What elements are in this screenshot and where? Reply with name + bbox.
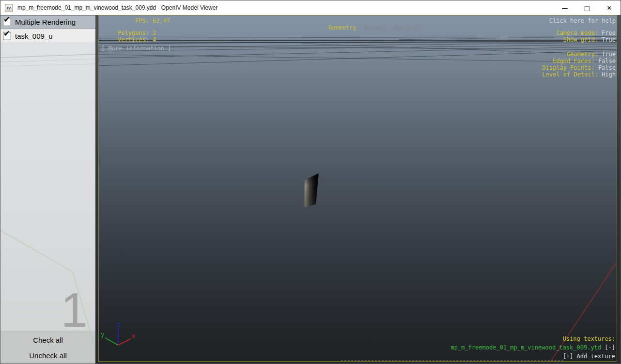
titlebar: IV mp_m_freemode_01_mp_m_vinewood_task_0… bbox=[0, 0, 621, 15]
camera-settings: Camera mode: Free Show grid: True bbox=[556, 30, 616, 43]
main-area: z x y FPS: 62,07 Polygons: 2 Vertices: 4 bbox=[95, 15, 621, 364]
display-settings: Geometry: True Edged Faces: False Displa… bbox=[542, 51, 616, 78]
check-icon: ✔ bbox=[3, 30, 10, 38]
display-points-label: Display Points: bbox=[542, 64, 594, 71]
distant-grid-text-strip bbox=[341, 360, 564, 362]
tab-bounds[interactable]: Bounds bbox=[365, 24, 386, 31]
tab-skeleton[interactable]: Skeleton bbox=[394, 24, 422, 31]
tab-separator: | bbox=[357, 24, 365, 31]
remove-texture-button[interactable]: [-] bbox=[605, 344, 615, 351]
model-count-watermark: 1 bbox=[61, 288, 88, 332]
more-information-button[interactable]: [ More information ] bbox=[101, 45, 171, 52]
model-list-sidebar: ✔ Multiple Rendering ✔ task_009_u 1 Chec… bbox=[0, 15, 95, 364]
level-of-detail-value: High bbox=[602, 71, 616, 78]
multiple-rendering-row[interactable]: ✔ Multiple Rendering bbox=[0, 15, 95, 29]
close-icon: ✕ bbox=[607, 4, 612, 12]
uncheck-all-button[interactable]: Uncheck all bbox=[0, 348, 95, 364]
window-title: mp_m_freemode_01_mp_m_vinewood_task_009.… bbox=[17, 4, 217, 11]
texture-name[interactable]: mp_m_freemode_01_mp_m_vinewood_task_009.… bbox=[450, 344, 601, 351]
close-button[interactable]: ✕ bbox=[598, 0, 621, 15]
edged-faces-label: Edged Faces: bbox=[553, 58, 595, 64]
camera-mode-toggle[interactable]: Camera mode: Free bbox=[556, 30, 616, 36]
multiple-rendering-label: Multiple Rendering bbox=[15, 18, 76, 26]
model-item-label: task_009_u bbox=[15, 32, 53, 40]
level-of-detail-toggle[interactable]: Level of Detail: High bbox=[542, 71, 616, 78]
texture-entry: mp_m_freemode_01_mp_m_vinewood_task_009.… bbox=[450, 343, 615, 352]
geometry-toggle[interactable]: Geometry: True bbox=[542, 51, 616, 58]
show-grid-label: Show grid: bbox=[563, 36, 598, 43]
level-of-detail-label: Level of Detail: bbox=[542, 71, 598, 78]
edged-faces-value: False bbox=[598, 58, 616, 64]
display-points-value: False bbox=[598, 64, 616, 71]
geometry-label: Geometry: bbox=[567, 51, 598, 58]
content: ✔ Multiple Rendering ✔ task_009_u 1 Chec… bbox=[0, 15, 621, 364]
camera-mode-label: Camera mode: bbox=[556, 30, 598, 36]
display-points-toggle[interactable]: Display Points: False bbox=[542, 64, 616, 71]
show-grid-value: True bbox=[602, 36, 616, 43]
show-grid-toggle[interactable]: Show grid: True bbox=[556, 36, 616, 43]
textures-panel: Using textures: mp_m_freemode_01_mp_m_vi… bbox=[450, 334, 615, 361]
axis-gizmo: z x y bbox=[99, 320, 142, 359]
app-icon-letters: IV bbox=[7, 6, 11, 10]
view-mode-tabs: Geometry|Bounds|Skeleton bbox=[99, 17, 617, 38]
using-textures-heading: Using textures: bbox=[450, 334, 615, 343]
add-texture-button[interactable]: [+] Add texture bbox=[450, 352, 615, 361]
y-axis-line bbox=[105, 338, 118, 345]
tab-geometry[interactable]: Geometry bbox=[328, 24, 357, 31]
y-axis-label: y bbox=[101, 331, 104, 338]
edged-faces-toggle[interactable]: Edged Faces: False bbox=[542, 58, 616, 64]
minimize-icon: — bbox=[562, 4, 568, 12]
camera-mode-value: Free bbox=[602, 30, 616, 36]
openiv-model-viewer-window: IV mp_m_freemode_01_mp_m_vinewood_task_0… bbox=[0, 0, 621, 364]
minimize-button[interactable]: — bbox=[554, 0, 576, 15]
openiv-app-icon: IV bbox=[5, 4, 13, 12]
z-axis-label: z bbox=[117, 321, 120, 328]
tab-separator: | bbox=[386, 24, 394, 31]
model-list-body: 1 bbox=[0, 43, 95, 332]
help-link[interactable]: Click here for help bbox=[549, 17, 616, 24]
check-icon: ✔ bbox=[3, 15, 10, 24]
multiple-rendering-checkbox[interactable]: ✔ bbox=[3, 18, 11, 26]
x-axis-line bbox=[118, 339, 131, 345]
geometry-value: True bbox=[602, 51, 616, 58]
maximize-button[interactable]: □ bbox=[576, 0, 598, 15]
model-item-row[interactable]: ✔ task_009_u bbox=[0, 29, 95, 43]
maximize-icon: □ bbox=[584, 4, 590, 12]
grid-lines bbox=[99, 15, 617, 361]
model-item-checkbox[interactable]: ✔ bbox=[3, 32, 11, 40]
model-mesh bbox=[297, 170, 324, 212]
x-axis-label: x bbox=[132, 333, 135, 339]
viewport-3d[interactable]: z x y FPS: 62,07 Polygons: 2 Vertices: 4 bbox=[98, 15, 617, 362]
